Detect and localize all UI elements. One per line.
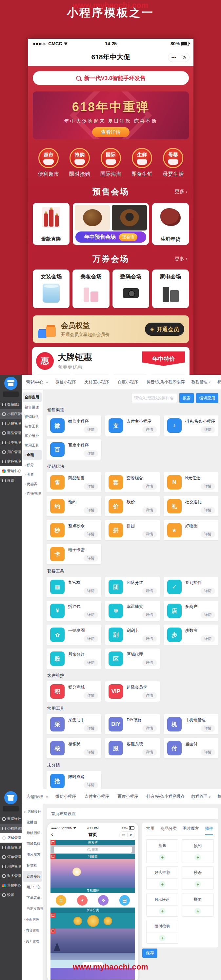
plugin-group-item[interactable]: ›卡券 (22, 470, 43, 479)
account-menu[interactable]: 棉尚中国∨ (218, 794, 221, 799)
presale-card-hot[interactable]: 爆款直降 (33, 203, 70, 245)
plugin-category-item[interactable]: 全部应用 (23, 393, 41, 402)
plugin-card[interactable]: 股 股东分红 详情 (46, 649, 101, 669)
wechat-capsule[interactable]: ••• ⊙ (168, 53, 189, 62)
detail-button[interactable]: 详情 (84, 450, 98, 457)
carousel-block[interactable]: 轮播图 (51, 854, 135, 888)
detail-button[interactable]: 详情 (142, 611, 157, 618)
presale-more-link[interactable]: 更多 › (175, 189, 188, 195)
nav-icon-item[interactable]: ≣ (56, 895, 66, 905)
detail-button[interactable]: 详情 (142, 531, 157, 538)
sidebar-item[interactable]: 商品管理 (0, 843, 22, 852)
plugin-card[interactable]: 区 区域代理 详情 (105, 649, 160, 669)
categories-block[interactable]: 所有分类 (51, 908, 135, 913)
detail-button[interactable]: 详情 (84, 587, 98, 594)
detail-button[interactable]: 详情 (84, 483, 98, 490)
delete-icon[interactable] (51, 913, 56, 918)
design-menu-item[interactable]: 首页布局 (22, 871, 42, 881)
panel-tab[interactable]: 插件 (205, 822, 213, 835)
collapse-icon[interactable]: « (46, 380, 48, 385)
detail-button[interactable]: 详情 (201, 635, 215, 642)
coupon-hall-card[interactable]: 女装会场 (33, 269, 70, 308)
detail-button[interactable]: 详情 (142, 749, 157, 756)
sidebar-item[interactable]: 数据统计 (0, 814, 22, 824)
plugin-card[interactable]: ▦ 九宫格 详情 (46, 577, 101, 597)
detail-button[interactable]: 详情 (142, 483, 157, 490)
plugin-card[interactable]: 积 积分商城 详情 (46, 681, 101, 702)
delete-icon[interactable] (51, 840, 56, 845)
sidebar-item[interactable]: 小程序管理 (0, 824, 22, 833)
sidebar-item[interactable]: 用户管理 (0, 447, 22, 457)
delete-icon[interactable] (51, 929, 56, 934)
category-item[interactable]: 国际 国际海淘 (96, 148, 125, 178)
platform-tab[interactable]: 抖音/头条小程序 (146, 379, 176, 385)
cache-button[interactable]: 缓存 (176, 379, 184, 385)
category-item[interactable]: 抢购 限时抢购 (65, 148, 94, 178)
add-component-button[interactable]: + (182, 852, 213, 863)
plugin-card[interactable]: 团 团队分红 详情 (105, 577, 160, 597)
plugin-card[interactable]: 约 预约 详情 (46, 496, 101, 516)
save-button[interactable]: 保存 (142, 948, 157, 958)
plugin-category-item[interactable]: 获客工具 (22, 422, 43, 431)
sidebar-item[interactable]: 商品管理 (0, 428, 22, 438)
detail-button[interactable]: 详情 (84, 611, 98, 618)
delete-icon[interactable] (51, 854, 56, 859)
nav-icons-block[interactable]: 导航图标 ≣✶❖▤ (51, 888, 135, 908)
account-menu[interactable]: 棉尚中国∨ (218, 379, 221, 385)
plugin-group-item[interactable]: ›直播管理 (22, 489, 43, 498)
plugin-card[interactable]: 刮 刮刮卡 详情 (105, 625, 160, 645)
plugin-card[interactable]: 礼 社交送礼 详情 (164, 496, 218, 516)
detail-button[interactable]: 详情 (84, 782, 98, 789)
coupons-more-link[interactable]: 更多 › (175, 256, 188, 262)
detail-button[interactable]: 详情 (201, 507, 215, 514)
store-logo[interactable] (4, 791, 17, 804)
plugin-card[interactable]: 店 多商户 详情 (164, 601, 218, 621)
presale-pill[interactable]: 年中预售会场 逛会场 (75, 231, 146, 243)
night-banner-block[interactable] (51, 929, 135, 968)
plugin-card[interactable]: 微 微信小程序 详情 (46, 415, 101, 436)
panel-tab[interactable]: 商品分类 (161, 822, 177, 834)
detail-button[interactable]: 详情 (84, 426, 98, 433)
platform-tab[interactable]: 支付宝小程序 (84, 794, 109, 799)
detail-button[interactable]: 详情 (142, 635, 157, 642)
plugin-card[interactable]: N N元任选 详情 (164, 472, 218, 492)
detail-button[interactable]: 详情 (142, 587, 157, 594)
plugin-card[interactable]: 步 步数宝 详情 (164, 625, 218, 645)
collapse-icon[interactable]: « (46, 794, 48, 799)
design-menu-item[interactable]: 图片魔方 (22, 849, 43, 860)
search-bar[interactable]: 新一代V3.0智能手环发售 (33, 71, 189, 85)
plugin-card[interactable]: ¥ 拆红包 详情 (46, 601, 101, 621)
detail-button[interactable]: 详情 (142, 507, 157, 514)
sidebar-item[interactable]: 营销中心 (0, 466, 22, 476)
presale-card-fresh[interactable]: 生鲜年货 (152, 203, 189, 245)
plugin-card[interactable]: 机 手机端管理 详情 (164, 714, 218, 734)
sidebar-item[interactable]: 店铺管理 (0, 419, 22, 428)
design-menu-item[interactable]: 用户中心 (22, 881, 43, 892)
detail-button[interactable]: 详情 (201, 426, 215, 433)
plugin-card[interactable]: 卡 电子卡密 详情 (46, 544, 101, 564)
sidebar-item[interactable]: 小程序管理 (0, 409, 22, 419)
banner-detail-button[interactable]: 查看详情 (92, 127, 129, 137)
plugin-card[interactable]: ✓ 签到插件 详情 (164, 577, 218, 597)
detail-button[interactable]: 详情 (84, 692, 98, 699)
add-component-button[interactable]: + (146, 879, 178, 890)
sidebar-item[interactable]: 设置 (0, 476, 22, 485)
coupon-hall-card[interactable]: 美妆会场 (73, 269, 109, 308)
nav-icon-item[interactable]: ▤ (119, 895, 130, 905)
detail-button[interactable]: 详情 (84, 507, 98, 514)
close-target-icon[interactable]: ⊙ (182, 55, 186, 60)
open-member-button[interactable]: ◈ 开通会员 (145, 323, 184, 336)
plugin-card[interactable]: 套 套餐组合 详情 (105, 472, 160, 492)
sidebar-item[interactable]: 营销中心 (0, 881, 22, 890)
plugin-category-item[interactable]: 常用工具 (22, 441, 43, 450)
plugin-card[interactable]: 拼 拼团 详情 (105, 520, 160, 540)
design-menu-item[interactable]: 自定义海报 (22, 903, 43, 914)
plugin-card[interactable]: 秒 整点秒杀 详情 (46, 520, 101, 540)
add-component-button[interactable]: + (182, 905, 213, 917)
plugin-card[interactable]: ★ 好物圈 详情 (164, 520, 218, 540)
design-menu-item[interactable]: 导航图标 (22, 827, 43, 838)
plugin-card[interactable]: 百 百度小程序 详情 (46, 439, 101, 460)
visit-hall-badge[interactable]: 逛会场 (119, 234, 137, 241)
plugin-card[interactable]: 付 当面付 详情 (164, 738, 218, 758)
detail-button[interactable]: 详情 (201, 483, 215, 490)
